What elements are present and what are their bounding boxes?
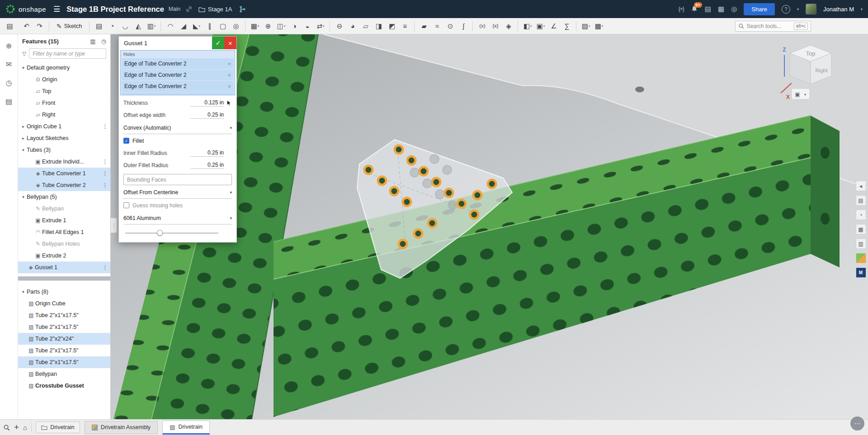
linear-pattern-tool-icon[interactable]: ▦▾ [249, 20, 261, 33]
offset-surface-tool-icon[interactable]: ≡ [399, 20, 411, 33]
transform-tool-icon[interactable]: ⇄▾ [314, 20, 326, 33]
viewcube-right-label[interactable]: Right [816, 68, 828, 73]
feature-item-top[interactable]: ▱Top [18, 85, 110, 97]
variable-studio-tool-icon[interactable]: {x} [489, 20, 501, 33]
thickness-input[interactable]: 0.125 in [190, 99, 224, 107]
inner-fillet-input[interactable]: 0.25 in [190, 150, 224, 157]
slider-track[interactable] [125, 233, 218, 234]
history-clock-icon[interactable]: ◷ [101, 38, 106, 45]
sheet-metal-model-tool-icon[interactable]: ◧▾ [521, 20, 533, 33]
app-store-icon[interactable]: ▦ [718, 5, 724, 13]
feature-item-extrude-2[interactable]: ▣Extrude 2 [18, 250, 110, 262]
split-tool-icon[interactable]: ◒ [301, 20, 313, 33]
feature-list-toggle-icon[interactable]: ▤ [4, 20, 16, 33]
feature-item-fillet-all-edges-1[interactable]: ◠Fillet All Edges 1 [18, 226, 110, 238]
workspace-version-label[interactable]: Main [169, 6, 180, 12]
context-menu-icon[interactable]: ⋮ [102, 170, 108, 177]
rib-tool-icon[interactable]: ∥ [203, 20, 216, 33]
reports-panel-icon[interactable]: ▤ [705, 5, 711, 13]
notifications-bell-icon[interactable]: 9+ [691, 5, 698, 13]
panel-layout-icon[interactable]: ▥ [90, 38, 95, 45]
part-item-crosstube-gusset[interactable]: ▧Crosstube Gusset [18, 380, 110, 392]
history-icon[interactable]: ◷ [6, 79, 12, 87]
part-item-origin-cube[interactable]: ▧Origin Cube [18, 298, 110, 309]
folder-tab-drivetrain[interactable]: Drivetrain [36, 421, 80, 433]
convex-dropdown[interactable]: Convex (Automatic) ▾ [123, 122, 232, 134]
feature-filter-input[interactable] [29, 48, 106, 59]
modify-fillet-tool-icon[interactable]: ◕ [346, 20, 359, 33]
feature-item-tube-converter-1[interactable]: ◈Tube Converter 1⋮ [18, 168, 110, 179]
comments-icon[interactable]: ✉ [6, 60, 12, 69]
hole-selection-item[interactable]: Edge of Tube Converter 2× [122, 92, 234, 95]
appearance-panel-icon[interactable]: ◧ [856, 253, 866, 263]
context-menu-icon[interactable]: ⋮ [102, 123, 108, 130]
named-views-icon[interactable]: ◔ [856, 210, 866, 220]
feature-item-default-geometry[interactable]: ▾Default geometry [18, 62, 110, 74]
dropdown-caret-icon[interactable]: ▾ [589, 24, 590, 28]
onshape-logo[interactable]: onshape [5, 4, 46, 14]
bom-table-icon[interactable]: ▥ [856, 239, 866, 249]
part-item-tube-2-x1-x17-5[interactable]: ▧Tube 2"x1"x17.5" [18, 356, 110, 368]
undo-icon[interactable]: ↶ [20, 20, 33, 33]
thicken-tool-icon[interactable]: ▥▾ [145, 20, 157, 33]
version-tree-icon[interactable] [239, 6, 246, 13]
replace-face-tool-icon[interactable]: ◩ [386, 20, 398, 33]
custom-feature-tool-icon[interactable]: ◈ [502, 20, 514, 33]
search-tools-input[interactable] [747, 23, 791, 29]
feature-item-bellypan[interactable]: ✎Bellypan [18, 203, 110, 215]
holes-selection-list[interactable]: Holes Edge of Tube Converter 2×Edge of T… [120, 50, 235, 95]
home-icon[interactable]: ⌂ [23, 424, 27, 431]
dropdown-caret-icon[interactable]: ▾ [323, 24, 325, 28]
extrude-tool-icon[interactable]: ▤ [93, 20, 105, 33]
filter-funnel-icon[interactable]: ▽ [22, 51, 26, 57]
variable-tool-icon[interactable]: (x) [476, 20, 488, 33]
remove-selection-icon[interactable]: × [227, 83, 231, 90]
feature-item-extrude-individ[interactable]: ▣Extrude Individ...⋮ [18, 156, 110, 168]
appearance-tool-icon[interactable]: ▨▾ [580, 20, 592, 33]
display-options-tool-icon[interactable]: ▩▾ [593, 20, 605, 33]
fillet-checkbox[interactable]: ✓ [123, 138, 129, 144]
context-menu-icon[interactable]: ⋮ [102, 182, 108, 188]
help-chat-bubble[interactable]: ⋯ [850, 416, 864, 430]
chamfer-tool-icon[interactable]: ◢ [177, 20, 189, 33]
search-tools-box[interactable]: alt+c [735, 21, 811, 32]
help-button[interactable]: ? [782, 5, 790, 14]
part-item-tube-2-x1-x17-5[interactable]: ▧Tube 2"x1"x17.5" [18, 345, 110, 356]
display-states-icon[interactable]: ▦ [856, 224, 866, 234]
follow-mode-icon[interactable]: ⊕ [6, 42, 12, 50]
user-avatar[interactable] [806, 4, 816, 14]
cancel-button[interactable]: × [224, 37, 236, 49]
featurescript-notices-icon[interactable]: {+} [679, 6, 684, 12]
user-name[interactable]: Jonathan M [823, 6, 854, 13]
dropdown-caret-icon[interactable]: ▾ [602, 24, 604, 28]
helix-tool-icon[interactable]: ≈ [431, 20, 443, 33]
part-item-tube-2-x1-x17-5[interactable]: ▧Tube 2"x1"x17.5" [18, 321, 110, 333]
delete-face-tool-icon[interactable]: ▱ [359, 20, 372, 33]
tree-caret-icon[interactable]: ▸ [20, 136, 27, 140]
tree-caret-icon[interactable]: ▸ [20, 124, 27, 129]
tree-caret-icon[interactable]: ▾ [20, 290, 27, 294]
collapse-panel-icon[interactable]: ◂ [856, 181, 866, 191]
link-icon[interactable] [186, 6, 192, 12]
feature-item-front[interactable]: ▱Front [18, 97, 110, 109]
draft-tool-icon[interactable]: ◣▾ [190, 20, 203, 33]
offset-edge-input[interactable]: 0.25 in [190, 112, 224, 119]
dropdown-caret-icon[interactable]: ▾ [199, 24, 201, 28]
fillet-tool-icon[interactable]: ◠ [164, 20, 176, 33]
context-menu-icon[interactable]: ⋮ [102, 264, 108, 271]
hole-selection-item[interactable]: Edge of Tube Converter 2× [122, 58, 234, 69]
dialog-header[interactable]: Gusset 1 ✓ × [119, 37, 236, 49]
bounding-faces-input[interactable] [123, 174, 232, 185]
feature-item-tube-converter-2[interactable]: ◈Tube Converter 2⋮ [18, 179, 110, 191]
circular-pattern-tool-icon[interactable]: ⊕ [262, 20, 274, 33]
remove-selection-icon[interactable]: × [227, 72, 231, 79]
loft-tool-icon[interactable]: ◭ [132, 20, 144, 33]
selection-flyout-handle[interactable]: ⋮ [111, 218, 117, 233]
feature-item-bellypan-5[interactable]: ▾Bellypan (5) [18, 191, 110, 203]
tab-drivetrain-partstudio[interactable]: ▧Drivetrain [162, 421, 210, 435]
rollback-bar[interactable] [18, 276, 110, 281]
slider-thumb[interactable] [157, 230, 163, 236]
part-item-tube-2-x1-x17-5[interactable]: ▧Tube 2"x1"x17.5" [18, 309, 110, 321]
search-tabs-icon[interactable] [3, 424, 10, 431]
hole-tool-icon[interactable]: ◎ [230, 20, 242, 33]
